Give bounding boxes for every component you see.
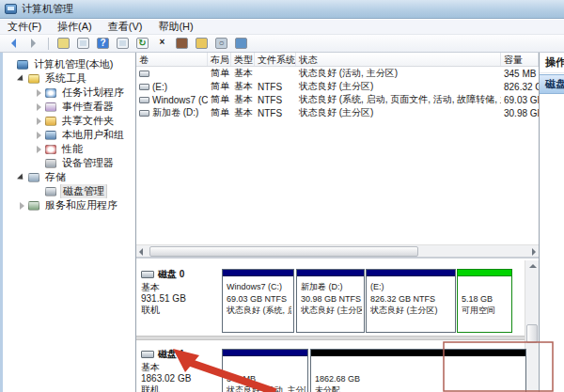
scroll-right-arrow-icon[interactable] — [532, 248, 536, 256]
cell-status: 状态良好 (主分区) — [296, 106, 501, 119]
horizontal-scroll-thumb[interactable] — [149, 246, 418, 257]
tree-item-label: 共享文件夹 — [60, 114, 116, 128]
cell-type: 基本 — [231, 106, 255, 119]
column-header-layout[interactable]: 布局 — [208, 53, 231, 66]
scroll-left-arrow-icon[interactable] — [139, 248, 143, 256]
disk-name-label: 磁盘 1 — [158, 349, 184, 360]
volume-row[interactable]: Windows7 (C:)简单基本NTFS状态良好 (系统, 启动, 页面文件,… — [136, 93, 539, 106]
volume-row[interactable]: (E:)简单基本NTFS状态良好 (主分区)826.32 GB — [136, 80, 539, 93]
collapsed-expander-icon[interactable] — [35, 102, 44, 112]
toolbar-find-icon[interactable]: ○ — [213, 36, 229, 51]
disk-0-partition-2[interactable]: (E:)826.32 GB NTFS状态良好 (主分区) — [366, 269, 456, 333]
vertical-scrollbar[interactable] — [525, 260, 539, 392]
cell-text: 简单 — [211, 67, 229, 80]
tree-item-label: 任务计划程序 — [60, 86, 126, 100]
tree-item-computer-management-root[interactable]: 计算机管理(本地) — [3, 57, 135, 71]
cell-text: NTFS — [258, 95, 282, 105]
expanded-expander-icon[interactable] — [18, 173, 27, 182]
volume-icon — [139, 84, 149, 90]
delete-icon: × — [156, 38, 168, 49]
shared-folders-icon — [45, 117, 56, 126]
toolbar-open-folder-icon[interactable] — [194, 36, 210, 51]
menu-bar: 文件(F)操作(A)查看(V)帮助(H) — [0, 20, 564, 34]
collapsed-expander-icon[interactable] — [35, 131, 44, 140]
show-console-tree-icon — [77, 38, 89, 49]
title-bar[interactable]: 计算机管理 — [0, 0, 564, 19]
disk-separator — [136, 336, 525, 340]
disk-0-partition-1[interactable]: 新加卷 (D:)30.98 GB NTFS状态良好 (主分区) — [296, 269, 365, 333]
toolbar-help-icon[interactable]: ? — [95, 36, 111, 51]
menu-item-file[interactable]: 文件(F) — [8, 20, 41, 34]
cell-capacity: 826.32 GB — [501, 82, 539, 92]
computer-icon — [17, 60, 28, 70]
cell-text: 新加卷 (D:) — [152, 106, 198, 119]
action-pane-disk-management-item[interactable]: 磁盘管理 — [540, 74, 564, 94]
column-header-fs[interactable]: 文件系统 — [255, 53, 296, 66]
column-header-status[interactable]: 状态 — [296, 53, 501, 66]
tree-item-event-viewer[interactable]: 事件查看器 — [3, 100, 135, 114]
cell-text: 简单 — [211, 106, 229, 119]
expanded-expander-icon[interactable] — [18, 74, 27, 84]
horizontal-scrollbar[interactable] — [136, 244, 539, 257]
cell-text: 345 MB — [504, 69, 536, 79]
tree-item-local-users-groups[interactable]: 本地用户和组 — [3, 128, 135, 142]
column-header-capacity[interactable]: 容量 — [501, 53, 539, 66]
tree-item-device-manager[interactable]: 设备管理器 — [3, 156, 135, 170]
toolbar-back-icon[interactable] — [6, 36, 22, 51]
tree-item-storage[interactable]: 存储 — [3, 170, 135, 184]
scroll-up-arrow-icon[interactable] — [529, 264, 537, 268]
disk-0-partition-3[interactable]: 5.18 GB可用空间 — [457, 269, 512, 333]
menu-item-help[interactable]: 帮助(H) — [158, 20, 193, 34]
partition-label — [227, 361, 306, 373]
tree-item-task-scheduler[interactable]: 任务计划程序 — [3, 86, 135, 100]
tree-item-disk-management[interactable]: 磁盘管理 — [3, 184, 135, 198]
menu-item-action[interactable]: 操作(A) — [57, 20, 92, 34]
toolbar-show-action-pane-icon[interactable] — [115, 36, 131, 51]
disk-label-1[interactable]: 磁盘 1基本1863.02 GB联机 — [141, 349, 216, 392]
device-manager-icon — [45, 159, 56, 168]
volume-row[interactable]: 新加卷 (D:)简单基本NTFS状态良好 (主分区)30.98 GB — [136, 106, 539, 119]
collapsed-expander-icon[interactable] — [35, 88, 44, 98]
tree-item-shared-folders[interactable]: 共享文件夹 — [3, 114, 135, 128]
cell-capacity: 345 MB — [501, 69, 539, 79]
column-header-volume[interactable]: 卷 — [136, 53, 208, 66]
partition-status: 可用空间 — [462, 305, 509, 317]
toolbar-separator — [48, 38, 49, 50]
column-header-type[interactable]: 类型 — [231, 53, 255, 66]
disk-1-partition-0[interactable]: 345 MB状态良好 (活动, 主分区) — [222, 349, 308, 392]
toolbar-refresh-icon[interactable]: ↻ — [134, 36, 150, 51]
vertical-scroll-thumb[interactable] — [526, 324, 538, 343]
disk-row-0: 磁盘 0基本931.51 GB联机Windows7 (C:)69.03 GB N… — [141, 265, 523, 337]
collapsed-expander-icon[interactable] — [35, 145, 44, 154]
no-expander — [35, 187, 44, 196]
cell-volume: Windows7 (C:) — [136, 95, 208, 105]
tree-item-label: 系统工具 — [43, 71, 88, 86]
toolbar-properties-icon[interactable] — [174, 36, 190, 51]
toolbar-show-console-tree-icon[interactable] — [75, 36, 91, 51]
disk-name: 磁盘 0 — [141, 269, 216, 280]
toolbar-forward-icon[interactable] — [25, 36, 41, 51]
cell-text: 基本 — [234, 67, 253, 80]
refresh-icon: ↻ — [136, 38, 149, 49]
cell-volume — [136, 71, 208, 77]
disk-label-0[interactable]: 磁盘 0基本931.51 GB联机 — [141, 269, 216, 333]
partition-label: (E:) — [370, 281, 453, 293]
collapsed-expander-icon[interactable] — [18, 201, 27, 211]
cell-text: 826.32 GB — [504, 82, 539, 92]
toolbar-console-help-icon[interactable] — [233, 36, 249, 51]
collapsed-expander-icon[interactable] — [35, 117, 44, 126]
menu-item-view[interactable]: 查看(V) — [108, 20, 143, 34]
disk-icon — [141, 351, 154, 358]
task-scheduler-icon — [45, 88, 56, 98]
volume-row[interactable]: 简单基本状态良好 (活动, 主分区)345 MB — [136, 67, 539, 80]
tree-item-system-tools[interactable]: 系统工具 — [3, 71, 135, 86]
volume-icon — [139, 110, 149, 117]
disk-0-partition-0[interactable]: Windows7 (C:)69.03 GB NTFS状态良好 (系统, 启动, … — [222, 269, 294, 333]
tree-item-performance[interactable]: 性能 — [3, 142, 135, 156]
disk-row-1: 磁盘 1基本1863.02 GB联机345 MB状态良好 (活动, 主分区)18… — [141, 345, 523, 392]
tree-item-services-applications[interactable]: 服务和应用程序 — [3, 198, 135, 212]
toolbar-delete-icon[interactable]: × — [154, 36, 170, 51]
toolbar-export-list-icon[interactable] — [55, 36, 71, 51]
main-content: 计算机管理(本地)系统工具任务计划程序事件查看器共享文件夹本地用户和组性能设备管… — [0, 53, 564, 392]
disk-1-partition-1[interactable]: 1862.68 GB未分配 — [310, 349, 526, 392]
